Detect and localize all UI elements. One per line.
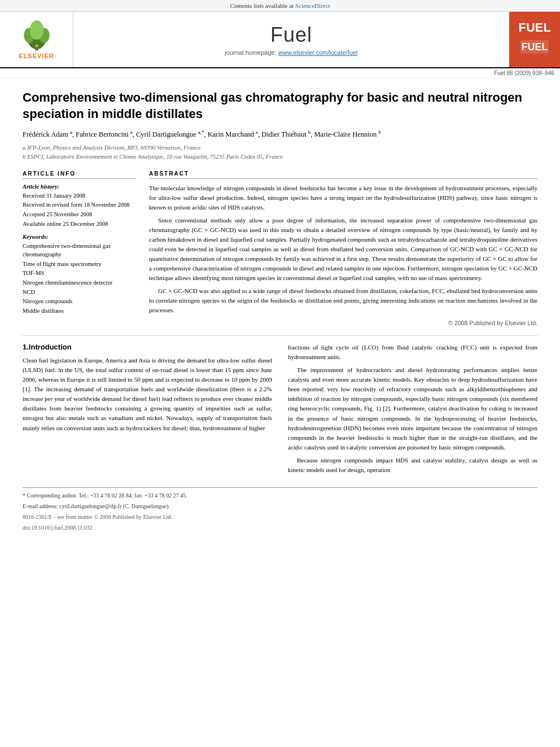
svg-point-4 (29, 20, 43, 40)
elsevier-tree-icon (20, 20, 54, 51)
article-info-col: ARTICLE INFO Article history: Received 3… (23, 171, 135, 327)
article-page: Contents lists available at ScienceDirec… (0, 0, 560, 747)
email-note: E-mail address: cyril.dartiguelongue@ifp… (23, 502, 537, 510)
abstract-para-2: Since conventional methods only allow a … (149, 216, 537, 283)
fuel-logo-graphic: FUEL (518, 36, 552, 55)
affiliations: a IFP-Lyon, Physics and Analysis Divisio… (23, 143, 537, 161)
article-info-abstract: ARTICLE INFO Article history: Received 3… (23, 171, 537, 327)
affiliation-b: b ESPCI, Laboratoire Environnement et Ch… (23, 152, 537, 161)
keyword-7: Middle distillates (23, 307, 135, 316)
section-divider (23, 335, 537, 336)
intro-body-left: Clean fuel legislation in Europe, Americ… (23, 356, 272, 433)
intro-right-para-3: Because nitrogen compounds impact HDS an… (288, 456, 537, 475)
fuel-logo: FUEL FUEL (514, 20, 555, 59)
footnote-area: * Corresponding author. Tel.: +33 4 78 0… (23, 487, 537, 532)
intro-title: 1.Introduction (23, 343, 272, 351)
keyword-2: Time of flight mass spectrometry (23, 260, 135, 269)
sciencedirect-bar: Contents lists available at ScienceDirec… (0, 0, 560, 12)
intro-right-para-2: The improvement of hydrocrackers and die… (288, 365, 537, 452)
intro-section: 1.Introduction Clean fuel legislation in… (23, 343, 537, 478)
elsevier-logo: ELSEVIER (0, 12, 73, 67)
article-title: Comprehensive two-dimensional gas chroma… (23, 90, 537, 122)
sciencedirect-link[interactable]: ScienceDirect (295, 2, 330, 9)
section-name: Introduction (29, 343, 72, 351)
section-number: 1. (23, 343, 29, 351)
article-content: Comprehensive two-dimensional gas chroma… (0, 78, 560, 543)
fuel-logo-text: FUEL (518, 20, 550, 34)
article-id-bar: Fuel 88 (2009) 938–946 (0, 68, 560, 78)
accepted: Accepted 25 November 2008 (23, 211, 135, 219)
svg-rect-6 (36, 47, 38, 50)
keyword-3: TOF-MS (23, 269, 135, 278)
homepage-prefix: journal homepage: (225, 49, 278, 56)
abstract-para-1: The molecular knowledge of nitrogen comp… (149, 184, 537, 212)
intro-right-para-1: fractions of light cycle oil (LCO) from … (288, 343, 537, 362)
affiliation-a: a IFP-Lyon, Physics and Analysis Divisio… (23, 143, 537, 152)
intro-body-right: fractions of light cycle oil (LCO) from … (288, 343, 537, 475)
copyright: © 2008 Published by Elsevier Ltd. (149, 320, 537, 326)
svg-text:FUEL: FUEL (522, 41, 548, 53)
journal-header: ELSEVIER Fuel journal homepage: www.else… (0, 12, 560, 68)
journal-title: Fuel (270, 23, 312, 47)
doi-line: doi:10.1016/j.fuel.2008.11.032 (23, 523, 537, 532)
issn-line: 0016-2361/$ – see front matter © 2008 Pu… (23, 513, 537, 521)
abstract-para-3: GC × GC-NCD was also applied to a wide r… (149, 286, 537, 315)
abstract-header: ABSTRACT (149, 171, 537, 179)
history-label: Article history: (23, 184, 135, 190)
corresponding-note: * Corresponding author. Tel.: +33 4 78 0… (23, 491, 537, 500)
homepage-link[interactable]: www.elsevier.com/locate/fuel (278, 49, 358, 56)
intro-para-1: Clean fuel legislation in Europe, Americ… (23, 356, 272, 433)
elsevier-brand-text: ELSEVIER (19, 53, 54, 59)
journal-homepage: journal homepage: www.elsevier.com/locat… (225, 49, 358, 56)
keywords-label: Keywords: (23, 234, 135, 240)
journal-center: Fuel journal homepage: www.elsevier.com/… (73, 12, 509, 67)
contents-text: Contents lists available at (230, 2, 295, 9)
authors-line: Frédérick Adam a, Fabrice Bertoncini a, … (23, 129, 537, 140)
intro-left-col: 1.Introduction Clean fuel legislation in… (23, 343, 272, 478)
article-info-header: ARTICLE INFO (23, 171, 135, 179)
received-1: Received 31 January 2008 (23, 192, 135, 200)
received-revised: Received in revised form 18 November 200… (23, 201, 135, 209)
article-id: Fuel 88 (2009) 938–946 (494, 70, 554, 76)
abstract-text: The molecular knowledge of nitrogen comp… (149, 184, 537, 316)
keyword-5: NCD (23, 289, 135, 297)
intro-right-col: fractions of light cycle oil (LCO) from … (288, 343, 537, 478)
abstract-col: ABSTRACT The molecular knowledge of nitr… (149, 171, 537, 327)
keyword-4: Nitrogen chemiluminescence detector (23, 279, 135, 287)
keyword-1: Comprehensive two-dimensional gas chroma… (23, 242, 135, 259)
keyword-6: Nitrogen compounds (23, 298, 135, 306)
available-online: Available online 25 December 2008 (23, 220, 135, 229)
fuel-logo-box: FUEL FUEL (509, 12, 560, 67)
